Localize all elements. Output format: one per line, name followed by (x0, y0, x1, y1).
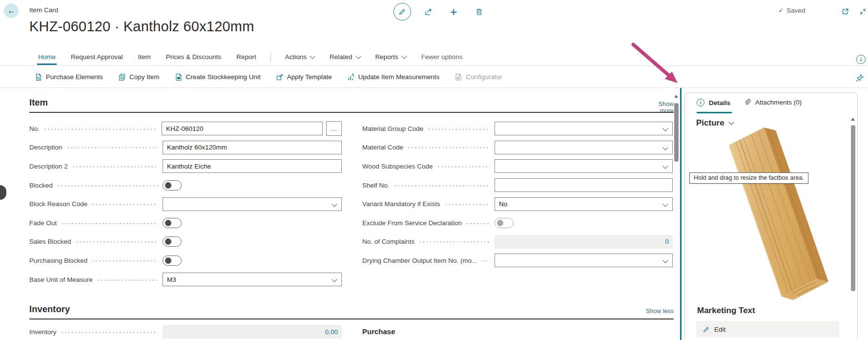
field-label: Material Group Code (362, 125, 423, 132)
factbox-splitter[interactable] (680, 88, 682, 340)
back-arrow-icon: ← (7, 6, 15, 15)
chevron-down-icon (331, 201, 337, 207)
back-button[interactable]: ← (4, 3, 19, 18)
complaints-value: 0 (495, 235, 673, 249)
field-label: Material Code (362, 144, 403, 151)
base-uom-select[interactable]: M3 (163, 273, 342, 286)
document-percent-icon (35, 73, 42, 81)
field-row-block-reason: Block Reason Code (29, 194, 342, 213)
item-picture[interactable] (706, 124, 837, 305)
open-in-new-window-button[interactable] (837, 3, 853, 20)
sales-blocked-toggle[interactable] (163, 236, 182, 247)
block-reason-select[interactable] (163, 197, 342, 211)
tab-request-approval[interactable]: Request Approval (70, 49, 124, 65)
dotted-leader (75, 241, 158, 243)
wood-subspecies-select[interactable] (495, 159, 673, 173)
open-in-new-window-icon (841, 7, 849, 16)
description-input[interactable]: Kantholz 60x120mm (163, 141, 342, 154)
pencil-icon (703, 326, 710, 333)
dotted-leader (481, 260, 490, 262)
copy-icon (118, 73, 126, 81)
menu-actions[interactable]: Actions (284, 49, 315, 65)
material-group-select[interactable] (495, 122, 673, 135)
dotted-leader (91, 260, 158, 262)
tab-report[interactable]: Report (235, 49, 257, 65)
check-icon: ✓ (778, 6, 784, 14)
chevron-down-icon (401, 53, 407, 59)
menu-fewer-options[interactable]: Fewer options (420, 49, 464, 65)
side-panel-handle[interactable] (0, 185, 6, 200)
shelf-no-input[interactable] (495, 178, 673, 192)
chevron-down-icon (331, 276, 337, 282)
scroll-up-arrow[interactable] (851, 118, 855, 121)
drying-chamber-select[interactable] (495, 254, 673, 267)
factbox-scrollbar-thumb[interactable] (851, 125, 855, 291)
menu-related[interactable]: Related (329, 49, 361, 65)
dotted-leader (444, 204, 490, 205)
field-row-drying-chamber: Drying Chamber Output Item No. (mo... (362, 251, 673, 270)
collapse-button[interactable] (854, 3, 868, 20)
tab-attachments[interactable]: Attachments (0) (744, 99, 802, 106)
tab-home[interactable]: Home (37, 49, 57, 65)
field-label: No. of Complaints (362, 238, 414, 245)
page-title: KHZ-060120 · Kantholz 60x120mm (29, 19, 254, 35)
configurator-gear-icon (455, 73, 462, 81)
field-row-description2: Description 2 Kantholz Eiche (29, 157, 342, 176)
field-row-no: No. KHZ-060120 ... (29, 119, 342, 138)
menu-divider (270, 52, 271, 62)
trash-icon (475, 8, 483, 16)
description2-input[interactable]: Kantholz Eiche (163, 159, 342, 173)
action-purchase-elements[interactable]: Purchase Elements (35, 73, 103, 81)
field-label: Drying Chamber Output Item No. (mo... (362, 257, 477, 264)
document-box-icon (175, 73, 183, 81)
info-icon: i (697, 99, 704, 106)
variant-mandatory-select[interactable]: No (495, 197, 673, 211)
field-label: Sales Blocked (29, 238, 71, 245)
menu-reports[interactable]: Reports (374, 49, 407, 65)
new-button[interactable]: + (445, 3, 462, 20)
action-copy-item[interactable]: Copy Item (118, 73, 160, 81)
marketing-edit-button[interactable]: Edit (696, 321, 839, 338)
info-icon[interactable]: i (856, 55, 866, 64)
field-label: Inventory (29, 328, 57, 336)
field-row-variant-mandatory: Variant Mandatory if Exists No (362, 194, 673, 213)
action-apply-template[interactable]: Apply Template (276, 73, 332, 81)
action-create-stockkeeping-unit[interactable]: Create Stockkeeping Unit (175, 73, 261, 81)
field-label: Shelf No. (362, 182, 390, 189)
tab-prices-discounts[interactable]: Prices & Discounts (165, 49, 222, 65)
material-code-select[interactable] (495, 141, 673, 154)
show-less-link[interactable]: Show less (645, 308, 674, 315)
chevron-down-icon (355, 53, 361, 59)
field-row-base-uom: Base Unit of Measure M3 (29, 270, 342, 289)
chevron-down-icon (310, 53, 315, 59)
main-scrollbar-thumb[interactable] (674, 103, 679, 162)
active-tab-underline (697, 112, 732, 113)
assist-edit-button[interactable]: ... (326, 121, 342, 136)
tab-details[interactable]: i Details (697, 99, 730, 106)
scroll-up-arrow[interactable] (674, 95, 678, 98)
collapse-arrows-icon (859, 7, 867, 16)
tab-item[interactable]: Item (137, 49, 152, 65)
fade-out-toggle[interactable] (163, 218, 182, 228)
dotted-leader (61, 223, 158, 224)
dotted-leader (66, 147, 158, 149)
share-icon (424, 7, 433, 16)
field-label: No. (29, 125, 40, 132)
field-label: Description (29, 144, 62, 151)
dotted-leader (418, 241, 490, 243)
share-button[interactable] (420, 3, 436, 20)
action-update-item-measurements[interactable]: Update Item Measurements (347, 73, 440, 81)
chevron-down-icon (662, 164, 668, 169)
field-row-complaints: No. of Complaints 0 (362, 233, 673, 252)
pin-icon[interactable] (855, 74, 864, 83)
edit-button[interactable] (393, 3, 411, 21)
purchasing-blocked-toggle[interactable] (163, 255, 182, 266)
field-label: Fade Out (29, 219, 57, 227)
pencil-icon (398, 8, 406, 16)
paperclip-icon (744, 99, 751, 106)
field-row-description: Description Kantholz 60x120mm (29, 138, 342, 157)
blocked-toggle[interactable] (163, 180, 182, 191)
no-input[interactable]: KHZ-060120 (162, 122, 323, 135)
delete-button[interactable] (471, 3, 487, 20)
dotted-leader (72, 166, 158, 168)
